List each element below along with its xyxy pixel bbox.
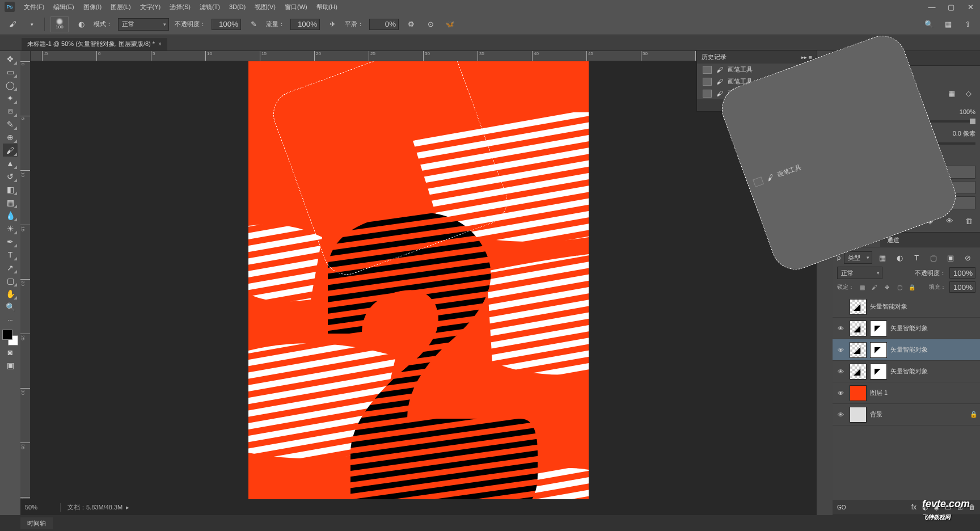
foreground-color[interactable] — [2, 330, 12, 340]
layer-name[interactable]: 矢量智能对象 — [870, 302, 978, 311]
lock-transparent-icon[interactable]: ▦ — [858, 283, 867, 292]
zoom-tool[interactable]: 🔍 — [3, 300, 18, 313]
close-tab-icon[interactable]: × — [158, 41, 162, 47]
lock-artboard-icon[interactable]: ▢ — [895, 283, 904, 292]
quickmask-toggle[interactable]: ◙ — [3, 345, 18, 359]
canvas[interactable] — [31, 61, 806, 505]
layer-blend-dropdown[interactable]: 正常 — [837, 267, 882, 279]
ruler-corner[interactable] — [20, 51, 31, 61]
layer-thumbnail[interactable] — [850, 407, 867, 423]
menu-window[interactable]: 窗口(W) — [280, 0, 312, 14]
wand-tool[interactable]: ✦ — [3, 91, 18, 104]
delete-mask-icon[interactable]: 🗑 — [962, 214, 975, 227]
doc-info[interactable]: 文档：5.83M/48.3M ▸ — [60, 503, 136, 512]
layer-thumbnail[interactable] — [850, 385, 867, 401]
ruler-vertical[interactable]: 051015202530354045 — [20, 61, 31, 505]
lasso-tool[interactable]: ◯ — [3, 78, 18, 91]
layer-fill-input[interactable] — [949, 281, 975, 293]
brush-tool[interactable]: 🖌 — [3, 144, 18, 157]
menu-help[interactable]: 帮助(H) — [312, 0, 342, 14]
vector-mask-icon[interactable]: ◇ — [962, 86, 975, 100]
filter-smart-icon[interactable]: ▣ — [944, 251, 957, 264]
symmetry-icon[interactable]: ⊙ — [424, 18, 437, 31]
visibility-toggle[interactable]: 👁 — [835, 411, 846, 418]
filter-adjust-icon[interactable]: ◐ — [893, 251, 906, 264]
workspace-icon[interactable]: ▦ — [941, 18, 955, 31]
chevron-down-icon[interactable]: ▾ — [25, 18, 39, 31]
opacity-input[interactable] — [212, 19, 241, 30]
menu-select[interactable]: 选择(S) — [165, 0, 195, 14]
fx-icon[interactable]: fx — [911, 503, 916, 511]
layer-thumbnail[interactable]: ◢ — [850, 342, 867, 358]
heal-tool[interactable]: ⊕ — [3, 130, 18, 144]
menu-3d[interactable]: 3D(D) — [225, 0, 250, 14]
visibility-toggle[interactable]: 👁 — [835, 390, 846, 397]
density-value[interactable]: 100% — [960, 108, 975, 115]
ruler-horizontal[interactable]: -50510152025303540455055 — [31, 51, 806, 61]
layer-name[interactable]: 矢量智能对象 — [890, 367, 978, 376]
history-brush-tool[interactable]: ↺ — [3, 170, 18, 183]
color-swatches[interactable] — [2, 330, 18, 345]
airbrush-icon[interactable]: ✈ — [326, 18, 339, 31]
menu-type[interactable]: 文字(Y) — [136, 0, 166, 14]
menu-layer[interactable]: 图层(L) — [106, 0, 135, 14]
layer-row[interactable]: 👁◢◤矢量智能对象 — [833, 361, 980, 382]
layer-name[interactable]: 矢量智能对象 — [890, 324, 978, 332]
screenmode-toggle[interactable]: ▣ — [3, 359, 18, 372]
lock-pixels-icon[interactable]: 🖌 — [870, 283, 879, 292]
layer-thumbnail[interactable]: ◢ — [850, 321, 867, 336]
menu-view[interactable]: 视图(V) — [250, 0, 280, 14]
brush-tool-icon[interactable]: 🖌 — [6, 18, 19, 31]
filter-type-icon[interactable]: T — [910, 251, 923, 264]
timeline-tab[interactable]: 时间轴 — [20, 517, 53, 529]
layer-name[interactable]: 背景 — [870, 410, 966, 419]
feather-value[interactable]: 0.0 像素 — [953, 129, 975, 138]
opacity-pressure-icon[interactable]: ✎ — [247, 18, 260, 31]
layer-opacity-input[interactable] — [949, 267, 975, 279]
menu-image[interactable]: 图像(I) — [79, 0, 106, 14]
layer-thumbnail[interactable]: ◢ — [850, 299, 867, 315]
layer-name[interactable]: 图层 1 — [870, 389, 978, 397]
move-tool[interactable]: ✥ — [3, 52, 18, 65]
eyedropper-tool[interactable]: ✎ — [3, 117, 18, 130]
layer-row[interactable]: 👁背景🔒 — [833, 404, 980, 425]
flow-input[interactable] — [290, 19, 320, 30]
lock-position-icon[interactable]: ✥ — [882, 283, 892, 292]
brush-preset-picker[interactable]: 100 — [50, 16, 69, 32]
eraser-tool[interactable]: ◧ — [3, 183, 18, 196]
mask-thumbnail[interactable]: ◤ — [870, 342, 887, 358]
lock-all-icon[interactable]: 🔒 — [907, 283, 916, 292]
search-icon[interactable]: 🔍 — [922, 18, 936, 31]
layer-row[interactable]: 👁◢◤矢量智能对象 — [833, 318, 980, 339]
pixel-mask-icon[interactable]: ▦ — [945, 86, 958, 100]
layer-thumbnail[interactable]: ◢ — [850, 364, 867, 380]
layer-row[interactable]: ◢矢量智能对象 — [833, 296, 980, 318]
close-button[interactable]: ✕ — [962, 1, 979, 12]
share-icon[interactable]: ⇧ — [961, 18, 974, 31]
hand-tool[interactable]: ✋ — [3, 287, 18, 300]
filter-shape-icon[interactable]: ▢ — [927, 251, 940, 264]
shape-tool[interactable]: ▢ — [3, 274, 18, 287]
pen-tool[interactable]: ✒ — [3, 235, 18, 248]
gradient-tool[interactable]: ▦ — [3, 196, 18, 209]
brush-panel-icon[interactable]: ◐ — [74, 18, 88, 31]
mask-thumbnail[interactable]: ◤ — [870, 321, 887, 336]
collapse-icon[interactable]: ▸▸ — [801, 54, 807, 60]
type-tool[interactable]: T — [3, 248, 18, 261]
mask-thumbnail[interactable]: ◤ — [870, 364, 887, 380]
blend-mode-dropdown[interactable]: 正常 — [118, 18, 169, 31]
gear-icon[interactable]: ⚙ — [404, 18, 418, 31]
smooth-input[interactable] — [369, 19, 399, 30]
crop-tool[interactable]: ⧈ — [3, 104, 18, 117]
visibility-toggle[interactable]: 👁 — [835, 368, 846, 375]
link-layers-icon[interactable]: GO — [837, 504, 846, 511]
menu-file[interactable]: 文件(F) — [19, 0, 49, 14]
filter-toggle[interactable]: ⊘ — [961, 251, 974, 264]
layer-row[interactable]: 👁图层 1 — [833, 382, 980, 404]
stamp-tool[interactable]: ▲ — [3, 157, 18, 170]
edit-toolbar[interactable]: ··· — [3, 313, 18, 326]
layer-row[interactable]: 👁◢◤矢量智能对象 — [833, 339, 980, 361]
layer-filter-dropdown[interactable]: 类型 — [844, 251, 872, 264]
path-tool[interactable]: ↗ — [3, 261, 18, 274]
dodge-tool[interactable]: ☀ — [3, 222, 18, 235]
